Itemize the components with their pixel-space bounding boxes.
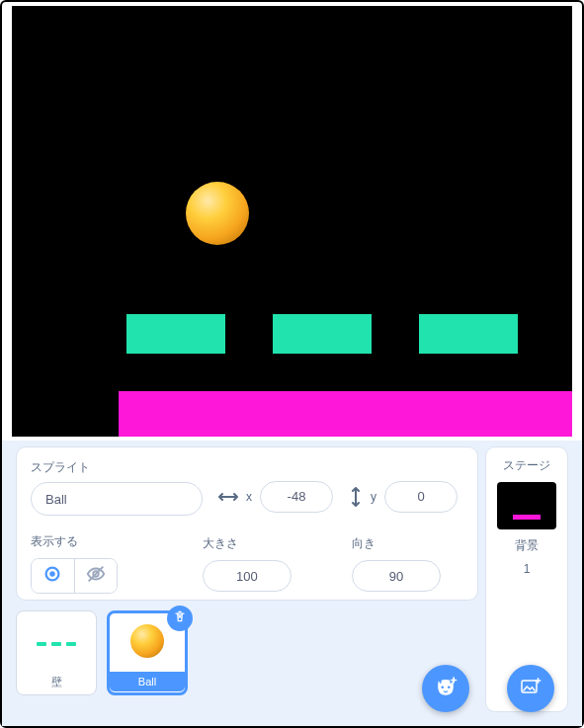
sprite-info-row-2: 表示する — [31, 533, 463, 594]
sprite-list: 壁 Ball — [16, 607, 478, 717]
h-arrows-icon — [218, 490, 238, 504]
ball-thumb-icon — [130, 624, 164, 658]
add-backdrop-button[interactable] — [507, 665, 554, 712]
hide-button[interactable] — [74, 559, 118, 593]
cat-plus-icon — [433, 674, 459, 703]
backdrops-label: 背景 — [515, 537, 539, 554]
wall-dashes-icon — [37, 642, 76, 646]
stage-preview-container — [12, 6, 572, 437]
eye-icon — [42, 563, 63, 589]
visibility-toggle — [31, 558, 118, 594]
stage-preview[interactable] — [12, 6, 572, 437]
svg-point-6 — [441, 687, 444, 689]
sprite-tile-wall[interactable]: 壁 — [16, 610, 97, 695]
direction-input[interactable] — [352, 560, 441, 592]
sprite-name-input[interactable] — [31, 482, 203, 516]
image-plus-icon — [519, 675, 542, 702]
sprite-info-panel: スプライト x y — [16, 446, 478, 601]
sprite-label: スプライト — [31, 459, 203, 476]
stage-sprite-ball — [186, 182, 249, 245]
backdrop-thumbnail[interactable] — [497, 482, 556, 529]
stage-floor — [119, 391, 572, 437]
lower-panel: スプライト x y — [2, 441, 582, 726]
show-button[interactable] — [32, 559, 74, 593]
sprite-tile-ball[interactable]: Ball — [107, 610, 188, 695]
stage-block — [126, 314, 225, 354]
delete-sprite-button[interactable] — [167, 606, 193, 631]
sprite-tile-label: 壁 — [51, 675, 62, 689]
trash-icon — [173, 609, 187, 627]
add-sprite-button[interactable] — [422, 665, 469, 712]
svg-point-7 — [448, 687, 451, 689]
stage-header: ステージ — [503, 457, 550, 474]
stage-block — [273, 314, 372, 354]
sprite-info-row-1: スプライト x y — [31, 459, 463, 516]
x-input[interactable] — [260, 481, 333, 513]
show-label: 表示する — [31, 533, 193, 550]
stage-block — [419, 314, 518, 354]
sprite-thumb-wall — [17, 617, 96, 671]
y-label: y — [371, 490, 376, 504]
size-label: 大きさ — [203, 535, 238, 552]
svg-point-1 — [50, 571, 56, 577]
x-label: x — [246, 490, 252, 504]
eye-off-icon — [85, 563, 107, 589]
backdrop-count: 1 — [524, 562, 531, 576]
direction-label: 向き — [352, 535, 375, 552]
app-frame: スプライト x y — [0, 0, 584, 728]
y-input[interactable] — [384, 481, 458, 513]
size-input[interactable] — [203, 560, 292, 592]
sprite-tile-label: Ball — [110, 672, 185, 691]
v-arrows-icon — [349, 487, 363, 507]
